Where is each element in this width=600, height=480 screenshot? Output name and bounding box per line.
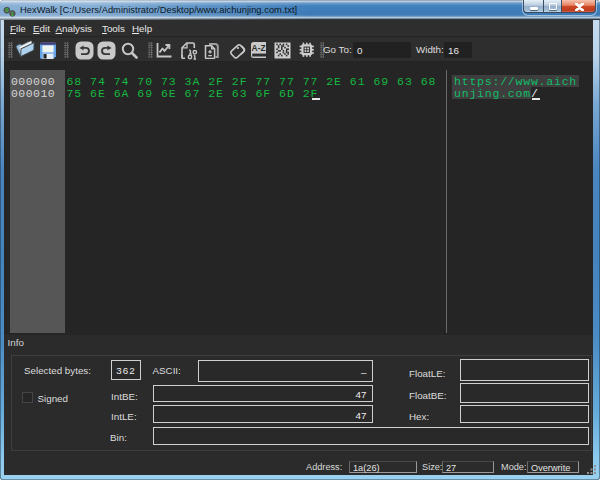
svg-text:1: 1 (11, 10, 14, 16)
svg-text:A-Z: A-Z (252, 43, 266, 53)
